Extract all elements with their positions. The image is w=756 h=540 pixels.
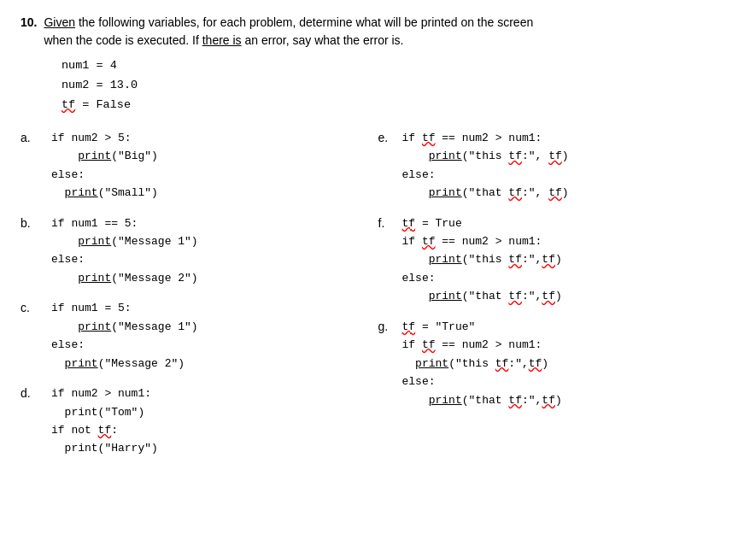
problem-g-code: tf = "True" if tf == num2 > num1: print(… — [402, 318, 736, 409]
code-line: else: — [402, 269, 736, 287]
code-line: if tf == num2 > num1: — [402, 336, 736, 354]
question-container: 10. Given the following variables, for e… — [21, 14, 735, 470]
right-column: e. if tf == num2 > num1: print("this tf:… — [378, 129, 736, 470]
code-line: print("this tf:", tf) — [402, 147, 736, 165]
problem-d-code: if num2 > num1: print("Tom") if not tf: … — [51, 384, 378, 458]
variables-block: num1 = 4 num2 = 13.0 tf = False — [62, 56, 735, 115]
var-num1: num1 = 4 — [62, 56, 735, 76]
var-tf: tf = False — [62, 96, 735, 115]
code-line: print("Harry") — [51, 439, 378, 457]
problem-g: g. tf = "True" if tf == num2 > num1: pri… — [378, 318, 736, 409]
code-line: else: — [51, 250, 378, 268]
code-line: if num2 > 5: — [51, 129, 378, 147]
problems-grid: a. if num2 > 5: print("Big") else: print… — [21, 129, 735, 470]
problem-c-code: if num1 = 5: print("Message 1") else: pr… — [51, 299, 378, 373]
code-line: print("Big") — [51, 147, 378, 165]
question-number: 10. — [21, 14, 37, 50]
problem-g-label: g. — [378, 318, 402, 333]
problem-e-label: e. — [378, 129, 402, 144]
code-line: if tf == num2 > num1: — [402, 232, 736, 250]
problem-a: a. if num2 > 5: print("Big") else: print… — [21, 129, 378, 202]
code-line: else: — [51, 336, 378, 354]
problem-e: e. if tf == num2 > num1: print("this tf:… — [378, 129, 736, 202]
header-given: Given the following variables, for each … — [44, 15, 533, 29]
question-header: 10. Given the following variables, for e… — [21, 14, 735, 50]
code-line: print("this tf:",tf) — [402, 250, 736, 268]
problem-a-code: if num2 > 5: print("Big") else: print("S… — [51, 129, 378, 202]
code-line: if tf == num2 > num1: — [402, 129, 736, 147]
left-column: a. if num2 > 5: print("Big") else: print… — [21, 129, 378, 470]
code-line: else: — [402, 373, 736, 390]
code-line: if num1 == 5: — [51, 214, 378, 232]
problem-f-code: tf = True if tf == num2 > num1: print("t… — [402, 214, 736, 306]
code-line: if num1 = 5: — [51, 299, 378, 317]
code-line: print("Small") — [51, 184, 378, 202]
code-line: print("that tf:",tf) — [402, 287, 736, 305]
code-line: if not tf: — [51, 421, 378, 439]
problem-f: f. tf = True if tf == num2 > num1: print… — [378, 214, 736, 306]
code-line: print("this tf:",tf) — [402, 355, 736, 373]
code-line: print("that tf:", tf) — [402, 184, 736, 202]
code-line: tf = "True" — [402, 318, 736, 336]
problem-a-label: a. — [21, 129, 51, 144]
problem-b-code: if num1 == 5: print("Message 1") else: p… — [51, 214, 378, 288]
code-line: print("Tom") — [51, 403, 378, 421]
problem-b: b. if num1 == 5: print("Message 1") else… — [21, 214, 378, 288]
problem-d: d. if num2 > num1: print("Tom") if not t… — [21, 384, 378, 458]
problem-e-code: if tf == num2 > num1: print("this tf:", … — [402, 129, 736, 202]
code-line: tf = True — [402, 214, 736, 232]
problem-f-label: f. — [378, 214, 402, 230]
code-line: print("Message 2") — [51, 269, 378, 287]
code-line: else: — [402, 166, 736, 184]
problem-b-label: b. — [21, 214, 51, 230]
question-text: Given the following variables, for each … — [44, 14, 533, 50]
code-line: print("Message 2") — [51, 355, 378, 373]
header-line2: when the code is executed. If there is a… — [44, 33, 403, 47]
code-line: if num2 > num1: — [51, 384, 378, 402]
problem-c: c. if num1 = 5: print("Message 1") else:… — [21, 299, 378, 373]
problem-d-label: d. — [21, 384, 51, 400]
var-num2: num2 = 13.0 — [62, 76, 735, 96]
code-line: print("that tf:",tf) — [402, 391, 736, 409]
problem-c-label: c. — [21, 299, 51, 314]
code-line: else: — [51, 166, 378, 184]
code-line: print("Message 1") — [51, 232, 378, 250]
code-line: print("Message 1") — [51, 318, 378, 336]
